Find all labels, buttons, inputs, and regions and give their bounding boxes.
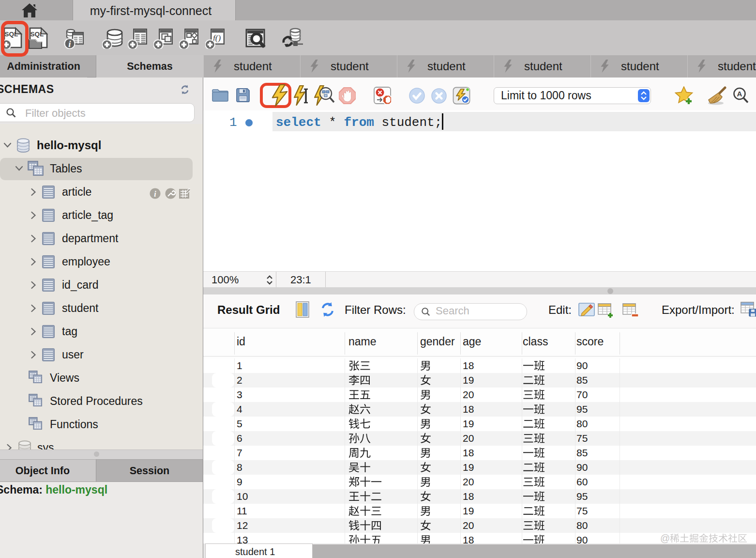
svg-text:i: i xyxy=(154,190,156,198)
svg-text:A: A xyxy=(737,90,742,98)
svg-text:SQL: SQL xyxy=(30,31,44,38)
svg-text:f(): f() xyxy=(213,33,221,43)
svg-text:i: i xyxy=(68,39,71,49)
